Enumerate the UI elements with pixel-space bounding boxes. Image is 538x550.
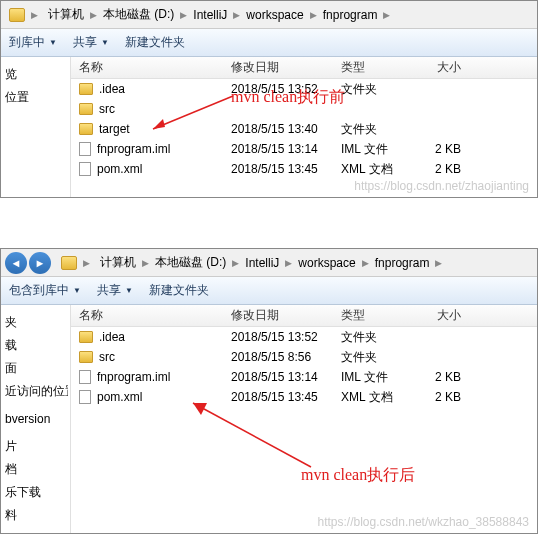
file-size: 2 KB: [411, 370, 471, 384]
breadcrumb-bar: ▶ 计算机▶本地磁盘 (D:)▶IntelliJ▶workspace▶fnpro…: [1, 1, 537, 29]
explorer-window-before: ▶ 计算机▶本地磁盘 (D:)▶IntelliJ▶workspace▶fnpro…: [0, 0, 538, 198]
sidebar-item[interactable]: 料: [3, 504, 68, 527]
breadcrumb-item[interactable]: 本地磁盘 (D:): [151, 254, 230, 271]
file-size: 2 KB: [411, 142, 471, 156]
sidebar-item[interactable]: 面: [3, 357, 68, 380]
chevron-down-icon: ▼: [125, 286, 133, 295]
col-header-size[interactable]: 大小: [411, 307, 471, 324]
col-header-size[interactable]: 大小: [411, 59, 471, 76]
file-date: 2018/5/15 13:52: [231, 330, 341, 344]
file-name: .idea: [99, 330, 125, 344]
breadcrumb-root[interactable]: ▶: [57, 256, 96, 270]
file-name: target: [99, 122, 130, 136]
breadcrumb-item[interactable]: IntelliJ: [189, 8, 231, 22]
sidebar-item[interactable]: 位置: [3, 86, 68, 109]
share-button[interactable]: 共享 ▼: [73, 34, 109, 51]
col-header-type[interactable]: 类型: [341, 59, 411, 76]
explorer-window-after: ◄ ► ▶ 计算机▶本地磁盘 (D:)▶IntelliJ▶workspace▶f…: [0, 248, 538, 534]
file-icon: [79, 390, 91, 404]
breadcrumb-item[interactable]: 计算机: [44, 6, 88, 23]
sidebar-item[interactable]: 载: [3, 334, 68, 357]
col-header-name[interactable]: 名称: [71, 307, 231, 324]
columns-header: 名称 修改日期 类型 大小: [71, 305, 537, 327]
file-icon: [79, 162, 91, 176]
sidebar: 夹载面近访问的位置bversion片档乐下载料: [1, 305, 71, 533]
file-row[interactable]: src2018/5/15 8:56文件夹: [71, 347, 537, 367]
back-button[interactable]: ◄: [5, 252, 27, 274]
file-row[interactable]: pom.xml2018/5/15 13:45XML 文档2 KB: [71, 159, 537, 179]
chevron-down-icon: ▼: [73, 286, 81, 295]
annotation-before: mvn clean执行前: [231, 87, 345, 108]
file-size: 2 KB: [411, 162, 471, 176]
file-row[interactable]: .idea2018/5/15 13:52文件夹: [71, 327, 537, 347]
chevron-right-icon: ▶: [88, 10, 99, 20]
file-row[interactable]: pom.xml2018/5/15 13:45XML 文档2 KB: [71, 387, 537, 407]
sidebar-item[interactable]: 览: [3, 63, 68, 86]
file-date: 2018/5/15 13:14: [231, 142, 341, 156]
breadcrumb-item[interactable]: IntelliJ: [241, 256, 283, 270]
file-row[interactable]: fnprogram.iml2018/5/15 13:14IML 文件2 KB: [71, 139, 537, 159]
file-name: pom.xml: [97, 390, 142, 404]
file-date: 2018/5/15 13:14: [231, 370, 341, 384]
chevron-right-icon: ▶: [360, 258, 371, 268]
sidebar-item[interactable]: 档: [3, 458, 68, 481]
file-date: 2018/5/15 13:45: [231, 162, 341, 176]
chevron-down-icon: ▼: [49, 38, 57, 47]
file-row[interactable]: target2018/5/15 13:40文件夹: [71, 119, 537, 139]
sidebar-item[interactable]: 夹: [3, 311, 68, 334]
folder-icon: [79, 331, 93, 343]
chevron-right-icon: ▶: [283, 258, 294, 268]
col-header-name[interactable]: 名称: [71, 59, 231, 76]
svg-line-2: [193, 403, 311, 467]
file-name: .idea: [99, 82, 125, 96]
folder-icon: [79, 351, 93, 363]
folder-icon: [79, 123, 93, 135]
include-library-button[interactable]: 到库中 ▼: [9, 34, 57, 51]
breadcrumb-root[interactable]: ▶: [5, 8, 44, 22]
folder-icon: [79, 83, 93, 95]
forward-button[interactable]: ►: [29, 252, 51, 274]
folder-icon: [61, 256, 77, 270]
breadcrumb-item[interactable]: 计算机: [96, 254, 140, 271]
chevron-right-icon: ▶: [381, 10, 392, 20]
breadcrumb-bar: ◄ ► ▶ 计算机▶本地磁盘 (D:)▶IntelliJ▶workspace▶f…: [1, 249, 537, 277]
file-date: 2018/5/15 13:45: [231, 390, 341, 404]
columns-header: 名称 修改日期 类型 大小: [71, 57, 537, 79]
new-folder-button[interactable]: 新建文件夹: [125, 34, 185, 51]
watermark: https://blog.csdn.net/wkzhao_38588843: [318, 515, 530, 529]
file-name: fnprogram.iml: [97, 370, 170, 384]
chevron-right-icon: ▶: [81, 258, 92, 268]
file-name: pom.xml: [97, 162, 142, 176]
sidebar-item[interactable]: 近访问的位置: [3, 380, 68, 403]
col-header-date[interactable]: 修改日期: [231, 307, 341, 324]
col-header-type[interactable]: 类型: [341, 307, 411, 324]
annotation-after: mvn clean执行后: [301, 465, 415, 486]
file-type: IML 文件: [341, 369, 411, 386]
sidebar-item[interactable]: 乐下载: [3, 481, 68, 504]
breadcrumb-item[interactable]: 本地磁盘 (D:): [99, 6, 178, 23]
new-folder-button[interactable]: 新建文件夹: [149, 282, 209, 299]
breadcrumb-item[interactable]: fnprogram: [371, 256, 434, 270]
content-area: 览位置 名称 修改日期 类型 大小 .idea2018/5/15 13:52文件…: [1, 57, 537, 197]
chevron-right-icon: ▶: [308, 10, 319, 20]
watermark: https://blog.csdn.net/zhaojianting: [354, 179, 529, 193]
sidebar-item[interactable]: bversion: [3, 409, 68, 429]
arrow-icon: [181, 395, 321, 475]
folder-icon: [9, 8, 25, 22]
file-size: 2 KB: [411, 390, 471, 404]
breadcrumb-item[interactable]: fnprogram: [319, 8, 382, 22]
include-library-button[interactable]: 包含到库中 ▼: [9, 282, 81, 299]
share-button[interactable]: 共享 ▼: [97, 282, 133, 299]
toolbar: 到库中 ▼ 共享 ▼ 新建文件夹: [1, 29, 537, 57]
breadcrumb-item[interactable]: workspace: [294, 256, 359, 270]
file-list: 名称 修改日期 类型 大小 .idea2018/5/15 13:52文件夹src…: [71, 57, 537, 197]
file-row[interactable]: fnprogram.iml2018/5/15 13:14IML 文件2 KB: [71, 367, 537, 387]
sidebar-item[interactable]: 片: [3, 435, 68, 458]
file-type: XML 文档: [341, 389, 411, 406]
breadcrumb-item[interactable]: workspace: [242, 8, 307, 22]
chevron-right-icon: ▶: [231, 10, 242, 20]
content-area: 夹载面近访问的位置bversion片档乐下载料 名称 修改日期 类型 大小 .i…: [1, 305, 537, 533]
file-icon: [79, 370, 91, 384]
file-date: 2018/5/15 8:56: [231, 350, 341, 364]
col-header-date[interactable]: 修改日期: [231, 59, 341, 76]
